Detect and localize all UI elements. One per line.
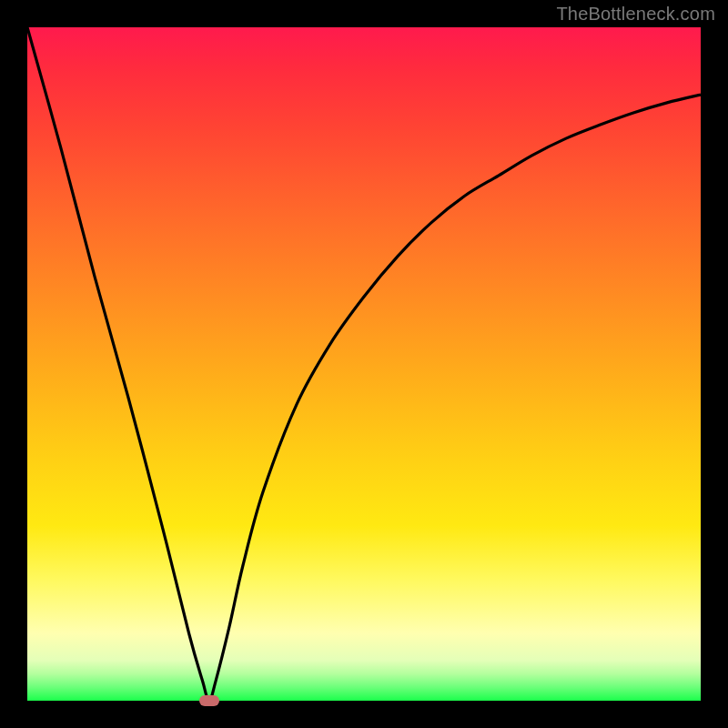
watermark-text: TheBottleneck.com [556, 4, 715, 25]
optimum-marker [199, 695, 219, 706]
chart-frame: TheBottleneck.com [0, 0, 728, 728]
plot-area [27, 27, 701, 701]
bottleneck-curve [27, 27, 701, 701]
curve-svg [27, 27, 701, 701]
